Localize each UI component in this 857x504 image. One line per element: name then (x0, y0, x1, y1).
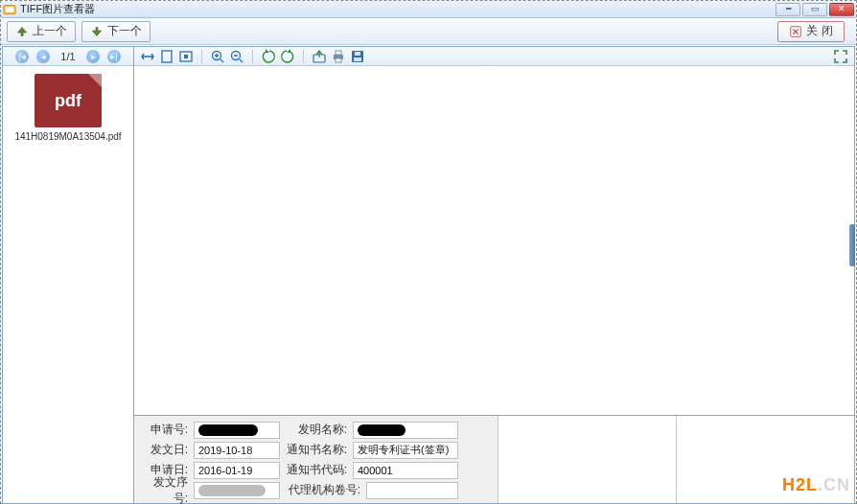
label-dispatch-date: 发文日: (140, 442, 188, 458)
label-application-no: 申请号: (140, 422, 188, 438)
value-agency-volume (366, 482, 458, 499)
window-buttons: ━ ▭ ✕ (776, 3, 854, 16)
value-dispatch-seq (194, 482, 280, 499)
thumbnail-panel: |◂ ◂ 1/1 ▸ ▸| pdf 141H0819M0A13504.pdf (3, 47, 134, 503)
nav-prev-button[interactable]: ◂ (36, 50, 50, 63)
save-icon[interactable] (350, 49, 365, 64)
value-application-date: 2016-01-19 (194, 462, 280, 479)
minimize-button[interactable]: ━ (776, 3, 800, 16)
fullscreen-icon[interactable] (833, 49, 848, 64)
prev-file-button[interactable]: 上一个 (7, 21, 76, 42)
nav-first-button[interactable]: |◂ (15, 50, 29, 63)
scrollbar-thumb[interactable] (849, 224, 855, 266)
rotate-left-icon[interactable] (261, 49, 276, 64)
print-icon[interactable] (331, 49, 346, 64)
value-invention-name (353, 422, 458, 439)
label-invention-name: 发明名称: (286, 422, 347, 438)
page-indicator: 1/1 (58, 51, 79, 62)
watermark-a: H2L (782, 475, 818, 494)
page-nav-bar: |◂ ◂ 1/1 ▸ ▸| (3, 47, 133, 66)
nav-next-button[interactable]: ▸ (86, 50, 100, 63)
zoom-in-icon[interactable] (210, 49, 225, 64)
value-application-no (194, 422, 280, 439)
close-label: 关 闭 (806, 23, 832, 39)
fit-page-icon[interactable] (159, 49, 174, 64)
app-icon (3, 3, 16, 16)
main-toolbar: 上一个 下一个 关 闭 (1, 18, 856, 45)
zoom-out-icon[interactable] (229, 49, 244, 64)
thumbnail-item[interactable]: pdf 141H0819M0A13504.pdf (7, 74, 129, 142)
pdf-thumbnail-icon: pdf (35, 74, 102, 127)
close-button[interactable]: 关 闭 (777, 21, 845, 42)
prev-file-label: 上一个 (33, 23, 67, 39)
window-title: TIFF图片查看器 (20, 2, 776, 16)
image-canvas[interactable] (134, 66, 854, 415)
title-bar: TIFF图片查看器 ━ ▭ ✕ (1, 1, 856, 18)
export-icon[interactable] (312, 49, 327, 64)
label-agency-volume: 代理机构卷号: (286, 482, 360, 498)
watermark: H2L.CN (782, 475, 850, 495)
close-icon (789, 25, 802, 38)
label-dispatch-seq: 发文序号: (140, 474, 188, 505)
value-notice-name: 发明专利证书(签章) (353, 442, 458, 459)
arrow-down-icon (90, 25, 104, 38)
close-window-button[interactable]: ✕ (829, 3, 854, 16)
value-dispatch-date: 2019-10-18 (194, 442, 280, 459)
metadata-form: 申请号: 发明名称: 发文日: 2019-10-18 通知书名称: 发明专利证书… (134, 416, 498, 503)
fit-width-icon[interactable] (140, 49, 155, 64)
app-window: TIFF图片查看器 ━ ▭ ✕ 上一个 下一个 关 闭 |◂ ◂ 1/1 (0, 0, 857, 504)
viewer-panel: 申请号: 发明名称: 发文日: 2019-10-18 通知书名称: 发明专利证书… (134, 47, 854, 503)
arrow-up-icon (15, 25, 29, 38)
svg-rect-1 (6, 7, 14, 11)
pdf-badge-text: pdf (55, 91, 81, 111)
svg-rect-13 (354, 57, 361, 61)
svg-rect-9 (336, 51, 341, 55)
label-notice-name: 通知书名称: (286, 442, 347, 458)
svg-rect-12 (355, 52, 360, 56)
actual-size-icon[interactable] (178, 49, 194, 64)
label-notice-code: 通知书代码: (286, 462, 347, 478)
svg-rect-3 (162, 51, 172, 62)
viewer-toolbar (134, 47, 854, 66)
next-file-button[interactable]: 下一个 (81, 21, 151, 42)
metadata-panel: 申请号: 发明名称: 发文日: 2019-10-18 通知书名称: 发明专利证书… (134, 415, 854, 503)
svg-rect-10 (336, 58, 341, 62)
maximize-button[interactable]: ▭ (802, 3, 827, 16)
rotate-right-icon[interactable] (280, 49, 295, 64)
value-notice-code: 400001 (353, 462, 458, 479)
empty-box-1 (498, 416, 677, 503)
client-area: |◂ ◂ 1/1 ▸ ▸| pdf 141H0819M0A13504.pdf (2, 46, 855, 504)
thumbnail-filename: 141H0819M0A13504.pdf (7, 131, 129, 142)
nav-last-button[interactable]: ▸| (107, 50, 121, 63)
thumbnail-list: pdf 141H0819M0A13504.pdf (3, 66, 133, 503)
watermark-b: .CN (818, 475, 850, 494)
next-file-label: 下一个 (107, 23, 142, 39)
